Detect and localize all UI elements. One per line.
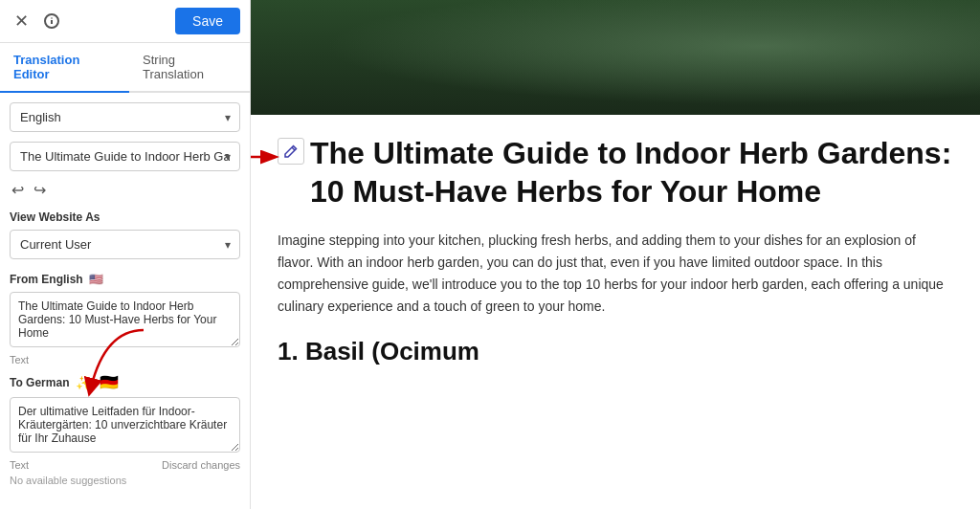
section-heading: 1. Basil (Ocimum	[278, 337, 953, 366]
content-area: The Ultimate Guide to Indoor Herb Garden…	[251, 115, 980, 386]
panel-body: English ▾ The Ultimate Guide to Indoor H…	[0, 93, 250, 509]
save-button[interactable]: Save	[175, 8, 240, 34]
from-field-type: Text	[10, 354, 240, 365]
translation-editor-panel: ✕ Save Translation Editor String Transla…	[0, 0, 251, 509]
tab-bar: Translation Editor String Translation	[0, 43, 250, 93]
language-dropdown-row: English ▾	[10, 102, 240, 132]
to-text-area[interactable]	[10, 397, 240, 453]
article-title: The Ultimate Guide to Indoor Herb Garden…	[310, 134, 953, 210]
hero-image	[251, 0, 980, 115]
from-flag: 🇺🇸	[89, 273, 103, 286]
no-suggestions-label: No available suggestions	[10, 475, 240, 486]
view-as-dropdown-row: Current User ▾	[10, 230, 240, 259]
language-dropdown[interactable]: English	[10, 102, 240, 132]
title-block: The Ultimate Guide to Indoor Herb Garden…	[278, 134, 953, 210]
ai-translate-button[interactable]: ✨	[75, 374, 92, 391]
from-section-label: From English 🇺🇸	[10, 273, 240, 286]
discard-row: Text Discard changes	[10, 459, 240, 471]
from-text-area[interactable]	[10, 292, 240, 347]
tab-translation-editor[interactable]: Translation Editor	[0, 43, 129, 93]
undo-button[interactable]: ↩	[11, 181, 24, 199]
redo-button[interactable]: ↪	[33, 181, 46, 199]
discard-changes-link[interactable]: Discard changes	[162, 459, 240, 471]
red-arrow-indicator	[251, 144, 282, 170]
to-section-header: To German ✨ 🇩🇪	[10, 373, 240, 391]
page-dropdown[interactable]: The Ultimate Guide to Indoor Herb Garden…	[10, 142, 240, 171]
panel-header: ✕ Save	[0, 0, 250, 43]
undo-redo-bar: ↩ ↪	[10, 181, 240, 199]
close-button[interactable]: ✕	[10, 10, 33, 33]
content-preview-panel: The Ultimate Guide to Indoor Herb Garden…	[251, 0, 980, 509]
pencil-icon	[284, 144, 298, 158]
to-flag: 🇩🇪	[100, 373, 119, 391]
page-dropdown-row: The Ultimate Guide to Indoor Herb Garden…	[10, 142, 240, 171]
hero-image-inner	[251, 0, 980, 115]
view-as-dropdown[interactable]: Current User	[10, 230, 240, 259]
tab-string-translation[interactable]: String Translation	[129, 43, 250, 93]
svg-point-2	[51, 17, 53, 19]
article-body: Imagine stepping into your kitchen, pluc…	[278, 230, 953, 318]
to-field-type: Text	[10, 459, 29, 471]
info-button[interactable]	[40, 10, 63, 33]
view-website-as-label: View Website As	[10, 210, 240, 224]
